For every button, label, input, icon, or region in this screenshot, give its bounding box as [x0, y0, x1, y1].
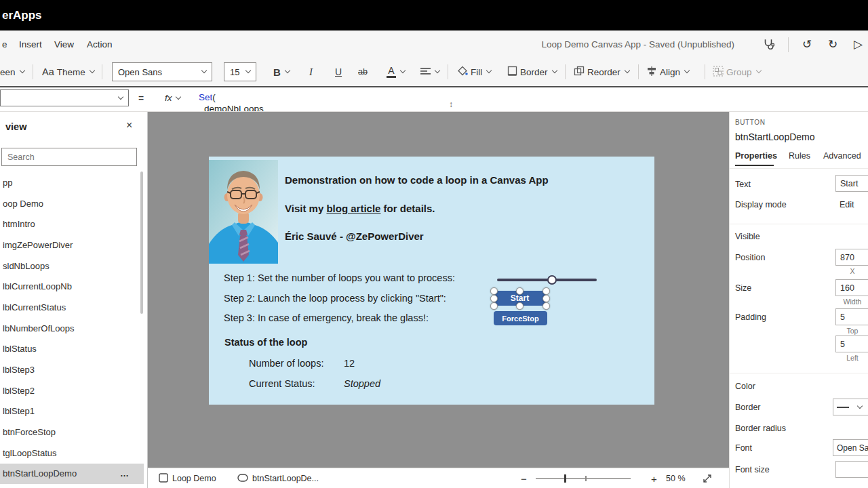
align-button[interactable]: Align [646, 58, 689, 86]
zoom-out-button[interactable]: − [521, 468, 527, 488]
menu-action[interactable]: Action [87, 30, 113, 58]
underline-button[interactable]: U [335, 58, 342, 86]
tree-item-lblstep2[interactable]: lblStep2 [0, 380, 144, 401]
selected-control-name: btnStartLoopDemo [735, 131, 815, 142]
chevron-down-icon [551, 68, 557, 73]
border-style-select[interactable] [833, 399, 868, 415]
loops-slider-handle[interactable] [547, 275, 557, 285]
tree-item-btnstartloopdemo[interactable]: btnStartLoopDemo… [0, 464, 144, 485]
loops-count-value[interactable]: 12 [344, 358, 355, 369]
author-line[interactable]: Éric Sauvé - @ZePowerDiver [285, 230, 424, 242]
tree-item-lbnumberofloops[interactable]: lbNumberOfLoops [0, 318, 144, 339]
current-status-label[interactable]: Current Status: [249, 378, 315, 389]
undo-icon[interactable]: ↺ [802, 30, 812, 58]
font-size-property-input[interactable] [835, 461, 868, 478]
font-family-select[interactable]: Open Sans [112, 62, 212, 81]
control-breadcrumb[interactable]: btnStartLoopDe... [237, 468, 319, 488]
tree-scrollbar[interactable] [140, 171, 143, 314]
font-color-button[interactable]: A [387, 58, 405, 86]
step2-label[interactable]: Step 2: Launch the loop process by click… [224, 293, 446, 304]
redo-icon[interactable]: ↻ [828, 30, 837, 58]
tree-item-loop-demo[interactable]: oop Demo [0, 193, 144, 214]
current-status-value[interactable]: Stopped [344, 378, 380, 389]
selection-handle[interactable] [490, 295, 498, 302]
position-x-input[interactable] [835, 249, 868, 266]
size-width-input[interactable] [835, 279, 868, 296]
tab-advanced[interactable]: Advanced [823, 151, 861, 161]
tree-item-lblcurrentstatus[interactable]: lblCurrentStatus [0, 297, 144, 318]
screen-dropdown[interactable]: een [0, 58, 24, 86]
app-screen[interactable]: Demonstration on how to code a loop in a… [209, 157, 654, 405]
text-property-input[interactable] [835, 175, 868, 192]
screen-breadcrumb[interactable]: Loop Demo [159, 468, 216, 488]
text-align-button[interactable] [420, 58, 439, 86]
intro-line2[interactable]: Visit my blog article for details. [285, 203, 435, 214]
tree-item-htmintro[interactable]: htmIntro [0, 214, 144, 235]
font-family-property-select[interactable]: Open San [833, 439, 868, 456]
position-property-label: Position [735, 253, 765, 262]
tab-properties[interactable]: Properties [735, 151, 777, 161]
bold-button[interactable]: B [273, 58, 290, 86]
text-property-label: Text [735, 180, 751, 189]
overflow-menu-icon[interactable]: … [120, 468, 144, 479]
step3-label[interactable]: Step 3: In case of emergency, break the … [224, 312, 429, 323]
padding-left-input[interactable] [835, 336, 868, 352]
menu-file[interactable]: e [2, 30, 7, 58]
formula-resize-handle[interactable]: ↕ [449, 100, 453, 109]
formula-line-2[interactable]: demoNbLoops [204, 104, 264, 112]
selection-handle[interactable] [542, 302, 550, 310]
forcestop-button[interactable]: ForceStop [494, 311, 547, 325]
tree-item-btnforcestop[interactable]: btnForceStop [0, 422, 144, 443]
property-selector[interactable] [0, 89, 129, 106]
display-mode-value[interactable]: Edit [840, 200, 854, 209]
search-input[interactable] [1, 148, 137, 166]
panel-divider [730, 168, 868, 169]
bottom-status-bar: Loop Demo btnStartLoopDe... − + 50 % [148, 468, 729, 488]
selection-handle[interactable] [542, 287, 550, 295]
profile-photo[interactable] [209, 160, 278, 264]
tree-item-imgzepowerdiver[interactable]: imgZePowerDiver [0, 235, 144, 256]
zoom-slider-handle[interactable] [564, 474, 566, 483]
menu-insert[interactable]: Insert [19, 30, 42, 58]
selection-handle[interactable] [542, 295, 550, 302]
design-canvas[interactable]: Demonstration on how to code a loop in a… [148, 112, 729, 468]
selection-handle[interactable] [490, 302, 498, 310]
border-button[interactable]: Border [507, 58, 557, 86]
zoom-in-button[interactable]: + [651, 468, 657, 488]
fit-to-window-icon[interactable] [703, 468, 712, 488]
fill-button[interactable]: Fill [457, 58, 491, 86]
tree-item-lblstep3[interactable]: lblStep3 [0, 359, 144, 380]
close-icon[interactable]: × [126, 119, 132, 131]
status-heading[interactable]: Status of the loop [224, 337, 307, 348]
tree-item-lblstep1[interactable]: lblStep1 [0, 401, 144, 422]
tree-item-app[interactable]: pp [0, 172, 144, 193]
tab-rules[interactable]: Rules [789, 151, 810, 161]
fx-dropdown[interactable]: fx [165, 93, 180, 103]
formula-line-1[interactable]: Set( [199, 92, 216, 102]
padding-top-input[interactable] [835, 308, 868, 325]
menu-view[interactable]: View [54, 30, 74, 58]
panel-divider [730, 224, 868, 224]
selection-handle[interactable] [490, 287, 498, 295]
selection-handle[interactable] [516, 302, 524, 310]
play-preview-icon[interactable]: ▷ [854, 30, 863, 58]
tree-item-sldnbloops[interactable]: sldNbLoops [0, 256, 144, 277]
step1-label[interactable]: Step 1: Set the number of loops you want… [224, 272, 455, 283]
strikethrough-button[interactable]: ab [358, 58, 368, 86]
tree-item-lblcurrentloopnb[interactable]: lblCurrentLoopNb [0, 276, 144, 297]
zoom-slider[interactable] [536, 478, 631, 479]
theme-button[interactable]: AaTheme [42, 58, 94, 86]
ribbon-divider [565, 64, 566, 79]
chevron-down-icon [245, 68, 251, 73]
blog-article-link[interactable]: blog article [326, 203, 380, 214]
app-checker-icon[interactable] [762, 30, 774, 58]
tree-item-tglloopstatus[interactable]: tglLoopStatus [0, 443, 144, 464]
font-size-select[interactable]: 15 [224, 62, 256, 81]
loops-count-label[interactable]: Number of loops: [249, 358, 323, 369]
italic-button[interactable]: I [309, 58, 313, 86]
intro-heading[interactable]: Demonstration on how to code a loop in a… [285, 174, 549, 186]
reorder-button[interactable]: Reorder [574, 58, 629, 86]
chevron-down-icon [435, 68, 440, 73]
selection-handle[interactable] [516, 287, 524, 295]
tree-item-lblstatus[interactable]: lblStatus [0, 339, 144, 360]
